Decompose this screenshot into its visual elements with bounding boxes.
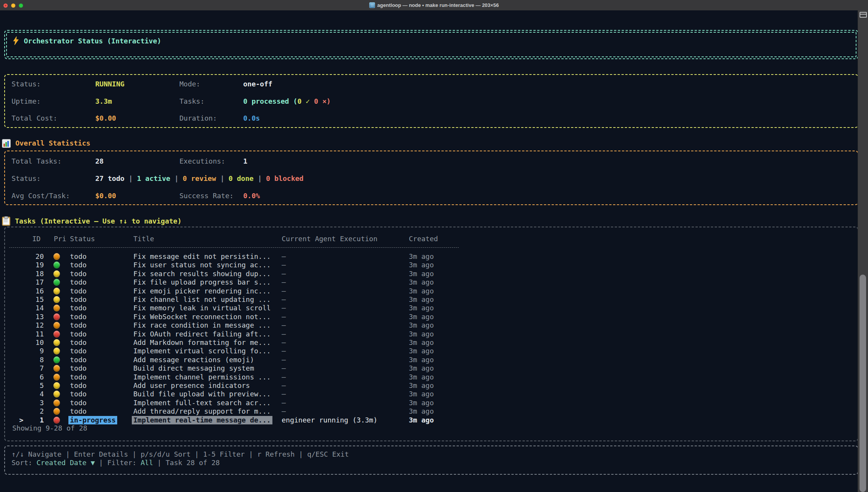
task-row[interactable]: 19 todo Fix user status not syncing ac..…	[5, 261, 850, 269]
task-id: 12	[20, 321, 44, 330]
task-agent: –	[282, 295, 286, 304]
task-agent: –	[282, 313, 286, 321]
task-status: todo	[70, 356, 86, 364]
task-row[interactable]: 18 todo Fix search results showing dup..…	[5, 270, 850, 278]
task-title: Implement real-time message de...	[132, 416, 272, 424]
task-created: 3m ago	[409, 390, 434, 398]
task-id: 11	[20, 330, 44, 338]
priority-dot-icon	[53, 331, 60, 338]
overall-statistics-title: Overall Statistics	[15, 139, 90, 147]
task-created: 3m ago	[409, 347, 434, 355]
task-id: 9	[20, 347, 44, 355]
titlebar: agentloop — node • make run-interactive …	[0, 0, 868, 10]
tasks-processed-value: 0 processed (0 ✓ 0 ×)	[243, 97, 331, 106]
task-agent: –	[282, 347, 286, 355]
task-agent: –	[282, 390, 286, 398]
column-header-agent: Current Agent Execution	[282, 235, 377, 243]
task-created: 3m ago	[409, 287, 434, 295]
priority-dot-icon	[53, 253, 60, 260]
task-row[interactable]: 8 todo Add message reactions (emoji) – 3…	[5, 356, 850, 364]
task-title: Implement full-text search acr...	[133, 399, 271, 407]
pagination-status: Showing 9-28 of 28	[12, 424, 87, 432]
task-status: todo	[70, 338, 86, 347]
task-status: todo	[70, 295, 86, 304]
task-row[interactable]: 14 todo Fix memory leak in virtual scrol…	[5, 304, 850, 312]
task-row[interactable]: 5 todo Add user presence indicators – 3m…	[5, 381, 850, 390]
priority-dot-icon	[53, 339, 60, 346]
task-title: Fix race condition in message ...	[133, 321, 271, 330]
task-title: Add user presence indicators	[133, 381, 250, 390]
task-row[interactable]: 4 todo Build file upload with preview...…	[5, 390, 850, 398]
success-rate-label: Success Rate:	[179, 192, 234, 200]
priority-dot-icon	[53, 348, 60, 355]
priority-dot-icon	[53, 399, 60, 406]
task-row[interactable]: 7 todo Build direct messaging system – 3…	[5, 364, 850, 373]
task-row[interactable]: 16 todo Fix emoji picker rendering inc..…	[5, 287, 850, 295]
total-tasks-label: Total Tasks:	[12, 157, 61, 166]
task-status: todo	[70, 313, 86, 321]
column-header-created: Created	[409, 235, 438, 243]
lightning-icon	[13, 36, 19, 47]
terminal-app-icon	[369, 2, 375, 8]
task-row[interactable]: 13 todo Fix WebSocket reconnection not..…	[5, 313, 850, 321]
priority-dot-icon	[53, 382, 60, 389]
task-agent: –	[282, 278, 286, 287]
task-row[interactable]: 17 todo Fix file upload progress bar s..…	[5, 278, 850, 287]
task-id: 15	[20, 295, 44, 304]
priority-dot-icon	[53, 313, 60, 320]
priority-dot-icon	[53, 417, 60, 424]
task-row[interactable]: 20 todo Fix message edit not persistin..…	[5, 252, 850, 261]
task-status: todo	[70, 261, 86, 269]
task-row[interactable]: 10 todo Add Markdown formatting for me..…	[5, 338, 850, 347]
task-row[interactable]: > 1 in-progress Implement real-time mess…	[5, 416, 850, 424]
task-title: Fix memory leak in virtual scroll	[133, 304, 271, 312]
task-title: Fix channel list not updating ...	[133, 295, 271, 304]
task-agent: –	[282, 364, 286, 373]
task-title: Fix WebSocket reconnection not...	[133, 313, 271, 321]
task-agent: –	[282, 261, 286, 269]
orchestrator-panel-title: Orchestrator Status (Interactive)	[24, 37, 161, 45]
task-row[interactable]: 2 todo Add thread/reply support for m...…	[5, 407, 850, 416]
priority-dot-icon	[53, 270, 60, 277]
task-title: Implement virtual scrolling fo...	[133, 347, 271, 355]
task-id: 13	[20, 313, 44, 321]
task-row[interactable]: 9 todo Implement virtual scrolling fo...…	[5, 347, 850, 355]
priority-dot-icon	[53, 391, 60, 398]
scrollbar-thumb[interactable]	[860, 275, 866, 492]
duration-value: 0.0s	[243, 114, 260, 123]
uptime-value: 3.3m	[95, 97, 112, 106]
task-status: todo	[70, 399, 86, 407]
task-title: Add thread/reply support for m...	[133, 407, 271, 416]
task-row[interactable]: 15 todo Fix channel list not updating ..…	[5, 295, 850, 304]
task-row[interactable]: 11 todo Fix OAuth redirect failing aft..…	[5, 330, 850, 338]
task-agent: –	[282, 356, 286, 364]
task-title: Fix emoji picker rendering inc...	[133, 287, 271, 295]
status-label: Status:	[12, 80, 41, 88]
column-header-pri: Pri	[54, 235, 66, 243]
bar-chart-icon	[2, 139, 11, 148]
column-header-status: Status	[70, 235, 95, 243]
window-marker-icon	[860, 12, 867, 18]
scrollbar-track[interactable]	[858, 10, 868, 492]
task-title: Fix search results showing dup...	[133, 270, 271, 278]
priority-dot-icon	[53, 262, 60, 268]
success-rate-value: 0.0%	[243, 192, 260, 200]
task-title: Add message reactions (emoji)	[133, 356, 254, 364]
stats-status-breakdown: 27 todo | 1 active | 0 review | 0 done |…	[95, 174, 304, 183]
executions-label: Executions:	[179, 157, 225, 166]
task-status: todo	[70, 252, 86, 261]
task-agent: –	[282, 407, 286, 416]
task-row[interactable]: 6 todo Implement channel permissions ...…	[5, 373, 850, 381]
task-id: 10	[20, 338, 44, 347]
task-created: 3m ago	[409, 313, 434, 321]
total-tasks-value: 28	[95, 157, 104, 166]
task-status: todo	[70, 407, 86, 416]
task-agent: –	[282, 321, 286, 330]
task-id: 17	[20, 278, 44, 287]
task-id: 14	[20, 304, 44, 312]
task-row[interactable]: 12 todo Fix race condition in message ..…	[5, 321, 850, 330]
task-status: todo	[70, 304, 86, 312]
task-row[interactable]: 3 todo Implement full-text search acr...…	[5, 399, 850, 407]
keybindings-help: ↑/↓ Navigate | Enter Details | p/s/d/u S…	[12, 450, 349, 459]
task-id: 18	[20, 270, 44, 278]
